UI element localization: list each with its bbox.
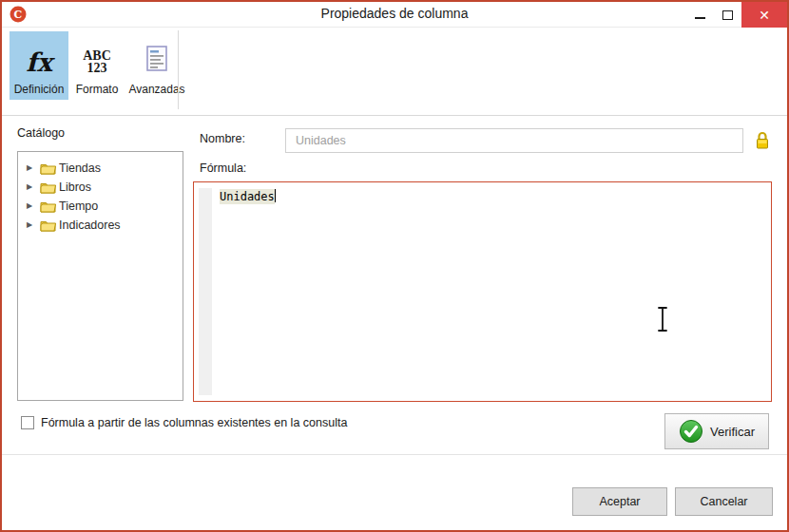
formula-field-label: Fórmula: [200, 162, 246, 175]
tree-item-tiendas[interactable]: ▶ Tiendas [18, 159, 183, 178]
tab-formato-label: Formato [76, 83, 119, 96]
cancel-button[interactable]: Cancelar [675, 487, 773, 516]
catalog-tree: ▶ Tiendas ▶ Libros ▶ Tiempo ▶ Indica [17, 151, 183, 401]
tree-item-label: Libros [59, 180, 91, 194]
chevron-right-icon[interactable]: ▶ [27, 216, 40, 235]
tree-item-libros[interactable]: ▶ Libros [18, 178, 183, 197]
catalog-label: Catálogo [17, 126, 65, 140]
formula-editor[interactable]: Unidades [193, 181, 772, 402]
folder-icon [40, 200, 59, 213]
tree-item-indicadores[interactable]: ▶ Indicadores [18, 216, 183, 235]
window-title: Propiedades de columna [2, 6, 787, 21]
tab-formato[interactable]: ABC 123 Formato [69, 31, 125, 100]
accept-button[interactable]: Aceptar [572, 487, 667, 516]
window-controls: ✕ [686, 2, 787, 28]
tab-avanzadas-label: Avanzadas [128, 83, 184, 96]
abc-123-icon: ABC 123 [83, 49, 111, 74]
lock-icon[interactable] [755, 130, 770, 154]
tab-definicion-label: Definición [14, 83, 65, 96]
list-form-icon [146, 46, 167, 75]
verify-button-label: Verificar [710, 425, 755, 439]
tab-definicion[interactable]: fx Definición [10, 31, 68, 100]
from-existing-columns-label: Fórmula a partir de las columnas existen… [41, 416, 347, 429]
ribbon-divider [178, 30, 179, 109]
formula-gutter [199, 188, 212, 395]
titlebar: C Propiedades de columna ✕ [2, 2, 787, 28]
name-input[interactable] [285, 128, 743, 153]
chevron-right-icon[interactable]: ▶ [27, 197, 40, 216]
tree-item-label: Indicadores [59, 218, 121, 232]
chevron-right-icon[interactable]: ▶ [27, 178, 40, 197]
chevron-right-icon[interactable]: ▶ [27, 159, 40, 178]
ribbon-toolbar: fx Definición ABC 123 Formato Avan [2, 28, 787, 116]
text-caret [275, 189, 277, 202]
check-circle-icon [679, 419, 703, 444]
name-field-label: Nombre: [200, 132, 245, 145]
verify-button[interactable]: Verificar [664, 413, 769, 449]
fx-icon: fx [26, 48, 52, 77]
tab-avanzadas[interactable]: Avanzadas [125, 31, 188, 100]
minimize-button[interactable] [686, 2, 714, 28]
maximize-icon [722, 10, 733, 20]
close-icon: ✕ [759, 8, 770, 23]
tree-item-tiempo[interactable]: ▶ Tiempo [18, 197, 183, 216]
close-button[interactable]: ✕ [741, 2, 787, 28]
column-properties-dialog: C Propiedades de columna ✕ fx Definición… [0, 0, 789, 532]
formula-text: Unidades [220, 189, 275, 204]
tree-item-label: Tiendas [59, 162, 101, 175]
folder-icon [40, 219, 59, 232]
minimize-icon [695, 17, 705, 19]
maximize-button[interactable] [714, 2, 741, 28]
folder-icon [40, 181, 59, 194]
formula-line: Unidades [220, 189, 276, 203]
from-existing-columns-checkbox[interactable] [21, 416, 34, 429]
folder-icon [40, 162, 59, 175]
footer-divider [2, 454, 787, 455]
tree-item-label: Tiempo [59, 200, 98, 213]
